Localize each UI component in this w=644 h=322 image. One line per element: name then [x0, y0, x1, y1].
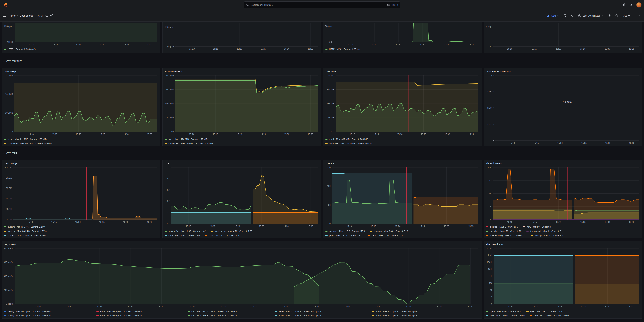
series-name[interactable]: debug — [8, 314, 14, 317]
panel-title[interactable]: Log Events — [4, 243, 480, 247]
zoom-out-button[interactable] — [608, 14, 612, 17]
section-header-jvm-misc[interactable]: JVM Misc — [2, 151, 18, 154]
series-name[interactable]: used — [329, 138, 334, 140]
series-color-chip — [275, 311, 277, 312]
legend-value: Current: 244.1 ops/m — [217, 310, 237, 313]
series-name[interactable]: daemon — [329, 230, 337, 232]
refresh-interval-picker[interactable]: 30s — [622, 14, 631, 17]
breadcrumb-dashboards[interactable]: Dashboards — [20, 14, 34, 17]
series-name[interactable]: system-1m — [168, 230, 179, 232]
series-name[interactable]: trace — [278, 310, 284, 313]
panel-title[interactable]: JVM Non-Heap — [164, 69, 319, 74]
panel-title[interactable]: CPU Usage — [4, 162, 158, 166]
panel-title[interactable]: JVM Heap — [4, 69, 158, 74]
series-name[interactable]: timed-waiting — [490, 234, 503, 237]
series-name[interactable]: committed — [329, 142, 339, 145]
series-name[interactable]: info — [192, 310, 195, 313]
series-name[interactable]: committed — [8, 142, 18, 145]
menu-toggle-button[interactable] — [3, 14, 6, 17]
series-name[interactable]: HTTP — [8, 48, 14, 50]
save-icon — [563, 14, 566, 17]
panel-title[interactable]: Load — [164, 162, 319, 166]
time-series-chart[interactable]: 15:1015:1515:2015:2515:3015:350.250 ops/… — [4, 21, 158, 46]
time-series-chart[interactable]: 15:1015:1515:2015:2515:3015:35572 MiB381… — [4, 74, 158, 136]
user-avatar[interactable] — [636, 2, 642, 7]
series-name[interactable]: info — [192, 314, 195, 317]
series-name[interactable]: warn — [376, 310, 380, 313]
news-button[interactable] — [630, 3, 633, 6]
refresh-button[interactable] — [615, 14, 618, 17]
series-name[interactable]: max — [490, 314, 494, 317]
svg-text:10 K: 10 K — [488, 268, 492, 270]
series-name[interactable]: open — [490, 310, 495, 313]
legend-item: debugMax: 0.0 ops/mCurrent: 0.0 ops/m — [4, 310, 93, 313]
series-name[interactable]: runnable — [490, 230, 498, 232]
time-series-chart[interactable]: 15:1015:1515:2015:2515:3015:35500 ms0 s — [325, 21, 480, 46]
series-name[interactable]: terminated — [530, 230, 540, 232]
time-series-chart[interactable]: 15:1015:1515:2015:2515:3015:351 B0.750 B… — [486, 74, 640, 145]
series-name[interactable]: cpus — [209, 234, 213, 237]
breadcrumb-home[interactable]: Home — [9, 14, 16, 17]
series-color-chip — [526, 311, 529, 312]
panel-title[interactable]: Threads — [325, 162, 480, 166]
section-header-jvm-memory[interactable]: JVM Memory — [2, 59, 22, 62]
legend-item: usedMax: 211 MiBCurrent: 129 MiB — [4, 138, 49, 140]
series-name[interactable]: cpus — [168, 234, 173, 237]
dashboard-settings-button[interactable] — [570, 14, 574, 17]
series-name[interactable]: peak — [372, 234, 377, 237]
series-name[interactable]: system — [8, 230, 15, 232]
series-name[interactable]: new — [527, 226, 531, 228]
svg-text:15:35: 15:35 — [629, 142, 634, 144]
legend-item: terminatedMax: 0Current: 0 — [526, 230, 563, 232]
series-name[interactable]: debug — [8, 310, 14, 313]
legend-item: errorMax: 0.0 ops/mCurrent: 0.0 ops/m — [96, 314, 184, 317]
help-button[interactable] — [623, 3, 626, 6]
time-series-chart[interactable]: 15:1015:1515:2015:2515:3015:35100.0%80.0… — [4, 166, 158, 224]
series-color-chip — [486, 235, 488, 236]
grafana-logo[interactable] — [3, 2, 9, 8]
panel-title[interactable]: JVM Total — [325, 69, 480, 74]
svg-text:100: 100 — [488, 166, 491, 169]
time-series-chart[interactable]: 15:1015:1515:2015:2515:3015:351007550250 — [486, 166, 640, 224]
svg-text:40.0%: 40.0% — [6, 197, 12, 200]
time-series-chart[interactable]: 15:1015:1515:2015:2515:3015:355.04.03.02… — [164, 166, 319, 228]
series-name[interactable]: peak — [329, 234, 334, 237]
legend-item: traceMax: 0.0 ops/mCurrent: 0.0 ops/m — [275, 310, 369, 313]
series-name[interactable]: process — [8, 234, 16, 237]
panel-title[interactable]: File Descriptors — [486, 243, 640, 247]
series-name[interactable]: used — [168, 138, 173, 140]
series-name[interactable]: system-1m — [215, 230, 226, 232]
time-series-chart[interactable]: 15:1015:1515:2015:2515:3015:350.250 ops/… — [164, 21, 319, 51]
series-name[interactable]: daemon — [374, 230, 382, 232]
series-name[interactable]: warn — [376, 314, 380, 317]
series-name[interactable]: HTTP - MAX — [329, 48, 342, 50]
panel-http-duration: 15:1015:1515:2015:2515:3015:35500 ms0 sH… — [323, 21, 482, 53]
series-name[interactable]: trace — [278, 314, 284, 317]
legend-value: Current: 1.0 Mil — [554, 314, 569, 317]
time-series-chart[interactable]: 15:0815:1015:1215:1415:1615:1815:2015:22… — [4, 247, 480, 308]
series-name[interactable]: waiting — [534, 234, 541, 237]
series-name[interactable]: open — [530, 310, 535, 313]
time-range-picker[interactable]: Last 30 minutes — [577, 14, 605, 17]
time-series-chart[interactable]: 15:1015:1515:2015:2515:3015:3510 Mil1 Mi… — [486, 247, 640, 308]
panel-title[interactable]: Thread States — [486, 162, 640, 166]
share-button[interactable] — [50, 14, 53, 17]
series-name[interactable]: blocked — [490, 226, 498, 228]
new-menu-button[interactable] — [615, 3, 620, 6]
time-series-chart[interactable]: 15:1015:1515:2015:2515:3015:35191 MiB143… — [164, 74, 319, 136]
time-series-chart[interactable]: 15:1015:1515:2015:2515:3015:350.2500 — [486, 21, 640, 51]
save-dashboard-button[interactable] — [563, 14, 566, 17]
panel-title[interactable]: JVM Process Memory — [486, 69, 640, 74]
collapse-topbar-button[interactable] — [638, 14, 641, 17]
series-name[interactable]: error — [100, 310, 105, 313]
time-series-chart[interactable]: 15:1015:1515:2015:2515:3015:35763 MiB572… — [325, 74, 480, 136]
series-name[interactable]: error — [100, 314, 105, 317]
series-name[interactable]: used — [8, 138, 12, 140]
favorite-button[interactable] — [45, 14, 48, 17]
time-series-chart[interactable]: 15:1015:1515:2015:2515:3015:35150100500 — [325, 166, 480, 228]
search-input[interactable]: Search or jump to... cmd+k — [244, 1, 400, 8]
series-name[interactable]: max — [534, 314, 538, 317]
series-name[interactable]: system — [8, 226, 15, 228]
add-panel-button[interactable]: Add — [546, 14, 560, 17]
series-name[interactable]: committed — [168, 142, 179, 145]
